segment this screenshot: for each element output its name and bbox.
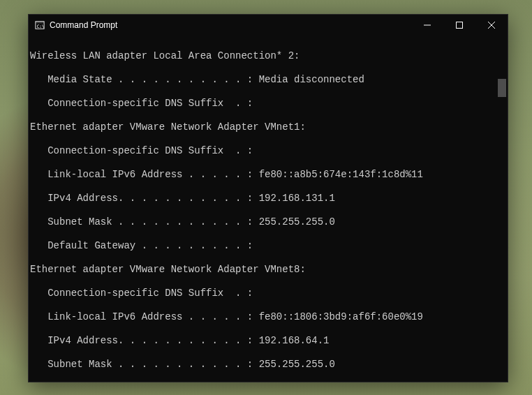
svg-text:C:\: C:\: [37, 24, 45, 29]
section-header: Wireless LAN adapter Local Area Connecti…: [30, 50, 502, 62]
output-line: Connection-specific DNS Suffix . :: [30, 145, 502, 157]
output-line: IPv4 Address. . . . . . . . . . . : 192.…: [30, 193, 502, 204]
section-header: Ethernet adapter VMware Network Adapter …: [30, 121, 502, 133]
output-line: Connection-specific DNS Suffix . :: [30, 98, 502, 110]
output-line: Subnet Mask . . . . . . . . . . . : 255.…: [30, 359, 502, 371]
output-line: Link-local IPv6 Address . . . . . : fe80…: [30, 311, 502, 323]
output-line: Default Gateway . . . . . . . . . :: [30, 240, 502, 252]
output-line: IPv4 Address. . . . . . . . . . . : 192.…: [30, 335, 502, 347]
maximize-button[interactable]: [443, 15, 475, 36]
window-title: Command Prompt: [50, 20, 117, 30]
minimize-button[interactable]: [411, 15, 443, 36]
window-controls: [411, 15, 508, 36]
output-line: Subnet Mask . . . . . . . . . . . : 255.…: [30, 216, 502, 228]
titlebar[interactable]: C:\ Command Prompt: [29, 15, 508, 36]
output-line: Media State . . . . . . . . . . . : Medi…: [30, 74, 502, 86]
scrollbar-thumb[interactable]: [498, 79, 506, 97]
output-line: Connection-specific DNS Suffix . :: [30, 288, 502, 299]
command-prompt-window: C:\ Command Prompt Wireless LAN adapter …: [28, 14, 508, 382]
output-line: Link-local IPv6 Address . . . . . : fe80…: [30, 169, 502, 181]
svg-rect-4: [457, 22, 463, 29]
section-header: Ethernet adapter VMware Network Adapter …: [30, 264, 502, 276]
terminal-output[interactable]: Wireless LAN adapter Local Area Connecti…: [29, 36, 508, 382]
close-button[interactable]: [475, 15, 508, 36]
cmd-icon: C:\: [34, 20, 45, 31]
scrollbar-track[interactable]: [496, 36, 508, 382]
